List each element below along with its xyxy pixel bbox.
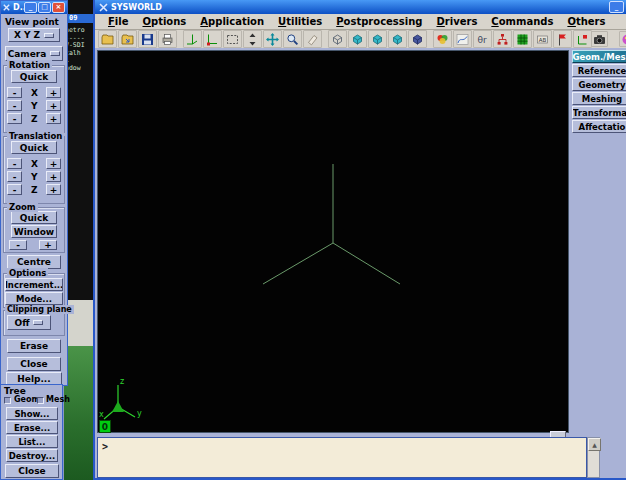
zoom-in-button[interactable]: +	[39, 240, 57, 250]
tab-meshing[interactable]: Meshing	[572, 92, 626, 105]
solid-cube-1-button[interactable]	[348, 30, 367, 48]
maximize-button[interactable]: □	[38, 2, 51, 13]
label-tag-button[interactable]: AB	[533, 30, 552, 48]
translation-quick-button[interactable]: Quick	[11, 141, 57, 154]
wire-cube-icon	[331, 33, 344, 46]
minimize-button[interactable]: _	[609, 1, 624, 13]
eraser-button[interactable]	[303, 30, 322, 48]
camera-select-button[interactable]: Camera	[5, 46, 63, 61]
text-theta-button[interactable]: θr	[473, 30, 492, 48]
fit-view-icon	[226, 33, 239, 46]
tree-erase-button[interactable]: Erase...	[6, 421, 58, 434]
shaded-cube-button[interactable]	[408, 30, 427, 48]
mesh-checkbox[interactable]	[37, 397, 44, 404]
zoom-tool-button[interactable]	[283, 30, 302, 48]
viewpoint-header: View point	[5, 17, 59, 27]
corner-axes-button[interactable]	[203, 30, 222, 48]
tab-transformations[interactable]: Transformat	[572, 106, 626, 119]
save-button[interactable]	[138, 30, 157, 48]
camera-button[interactable]	[591, 31, 608, 47]
clipping-off-button[interactable]: Off	[7, 315, 51, 330]
menu-utilities[interactable]: Utilities	[271, 16, 329, 27]
translate-y-minus-button[interactable]: -	[7, 171, 22, 182]
rotate-x-minus-button[interactable]: -	[7, 87, 22, 98]
command-area[interactable]: >	[97, 437, 587, 478]
menu-commands[interactable]: Commands	[484, 16, 560, 27]
flag-button[interactable]	[553, 30, 572, 48]
tab-reference[interactable]: Reference	[572, 64, 626, 77]
translation-z-label: Z	[31, 185, 38, 195]
geom-checkbox[interactable]	[4, 397, 11, 404]
zoom-out-button[interactable]: -	[9, 240, 27, 250]
tree-show-button[interactable]: Show...	[6, 407, 58, 420]
tree-list-button[interactable]: List...	[6, 435, 58, 448]
palette-button[interactable]	[619, 31, 626, 47]
wire-cube-button[interactable]	[328, 30, 347, 48]
close-icon[interactable]: ×	[52, 2, 65, 13]
fit-view-button[interactable]	[223, 30, 242, 48]
corner-axes-icon	[206, 33, 219, 46]
zoom-window-button[interactable]: Window	[11, 225, 57, 238]
print-button[interactable]	[158, 30, 177, 48]
menu-options[interactable]: Options	[135, 16, 193, 27]
scroll-up-icon[interactable]: ▲	[588, 438, 601, 451]
triad-y-label: y	[137, 409, 142, 418]
tab-affectations[interactable]: Affectatio	[572, 120, 626, 133]
menu-application[interactable]: Application	[193, 16, 271, 27]
translate-x-minus-button[interactable]: -	[7, 158, 22, 169]
curve-plot-button[interactable]	[453, 30, 472, 48]
viewpoint-titlebar[interactable]: D... _ □ ×	[1, 1, 67, 14]
translate-z-plus-button[interactable]: +	[46, 184, 61, 195]
camera-label: Camera	[8, 49, 47, 59]
hierarchy-button[interactable]	[493, 30, 512, 48]
command-scrollbar[interactable]: ▲	[587, 437, 600, 478]
solid-cube-1-icon	[351, 33, 364, 46]
window-title: SYSWORLD	[111, 3, 609, 12]
xyz-button[interactable]: X Y Z	[8, 28, 60, 42]
rotation-quick-button[interactable]: Quick	[11, 70, 57, 83]
zoom-tool-icon	[286, 33, 299, 46]
rotate-x-plus-button[interactable]: +	[46, 87, 61, 98]
rotate-y-plus-button[interactable]: +	[46, 100, 61, 111]
open-file-button[interactable]	[98, 30, 117, 48]
matrix-button[interactable]	[513, 30, 532, 48]
rotate-z-minus-button[interactable]: -	[7, 113, 22, 124]
tab-geometry[interactable]: Geometry	[572, 78, 626, 91]
increment-button[interactable]: Increment...	[5, 278, 63, 291]
pan-button[interactable]	[263, 30, 282, 48]
import-file-button[interactable]	[118, 30, 137, 48]
mode-button[interactable]: Mode...	[5, 292, 63, 305]
menu-file[interactable]: File	[101, 16, 135, 27]
vertical-arrows-button[interactable]	[243, 30, 262, 48]
solid-cube-2-icon	[371, 33, 384, 46]
sysworld-titlebar[interactable]: SYSWORLD _	[95, 0, 626, 14]
zoom-quick-button[interactable]: Quick	[11, 211, 57, 224]
translate-x-plus-button[interactable]: +	[46, 158, 61, 169]
minimize-button[interactable]: _	[24, 2, 37, 13]
rotate-z-plus-button[interactable]: +	[46, 113, 61, 124]
tree-close-button[interactable]: Close	[5, 464, 59, 478]
solid-cube-3-button[interactable]	[388, 30, 407, 48]
terminal-text: netro ----- V-SDI calh 1 ndow	[64, 27, 93, 72]
axes-button[interactable]	[183, 30, 202, 48]
translation-y-label: Y	[31, 172, 38, 182]
tab-geom-mesh[interactable]: Geom./Mesh	[572, 50, 626, 63]
axis-marker-button[interactable]	[573, 30, 592, 48]
rotate-y-minus-button[interactable]: -	[7, 100, 22, 111]
tree-window: Tree Geom. Mesh Show... Erase... List...…	[0, 384, 63, 480]
vertical-arrows-icon	[246, 33, 259, 46]
solid-cube-2-button[interactable]	[368, 30, 387, 48]
color-sphere-button[interactable]	[433, 30, 452, 48]
tree-destroy-button[interactable]: Destroy...	[6, 449, 58, 462]
palette-icon	[621, 33, 626, 46]
erase-button[interactable]: Erase	[7, 339, 61, 353]
translate-z-minus-button[interactable]: -	[7, 184, 22, 195]
menu-drivers[interactable]: Drivers	[429, 16, 484, 27]
close-button[interactable]: Close	[7, 357, 61, 371]
save-icon	[141, 33, 154, 46]
menu-others[interactable]: Others	[560, 16, 612, 27]
translate-y-plus-button[interactable]: +	[46, 171, 61, 182]
menu-postprocessing[interactable]: Postprocessing	[329, 16, 429, 27]
graphics-viewport[interactable]: z x y 0	[97, 50, 569, 433]
centre-button[interactable]: Centre	[7, 255, 61, 269]
